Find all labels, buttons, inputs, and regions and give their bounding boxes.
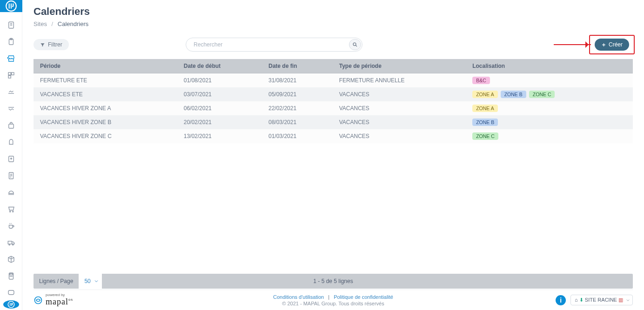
nav-notes-icon[interactable]: [4, 18, 19, 33]
search-input[interactable]: [186, 38, 362, 52]
nav-layout-icon[interactable]: [4, 68, 19, 83]
tree-icon: ⬇: [579, 297, 584, 303]
cell-type: VACANCES: [333, 87, 466, 101]
cell-periode: VACANCES HIVER ZONE B: [34, 115, 177, 129]
app-logo[interactable]: [0, 0, 22, 12]
cell-fin: 22/02/2021: [262, 101, 333, 115]
svg-rect-20: [8, 290, 14, 295]
site-selector[interactable]: ⌂ ⬇ SITE RACINE ▥: [570, 295, 633, 305]
cell-type: VACANCES: [333, 115, 466, 129]
nav-store-icon[interactable]: [4, 51, 19, 66]
location-tag: ZONE C: [529, 91, 555, 98]
nav-heart-device-icon[interactable]: [4, 152, 19, 166]
table-row[interactable]: VACANCES HIVER ZONE B20/02/202108/03/202…: [34, 115, 633, 129]
cell-fin: 05/09/2021: [262, 87, 333, 101]
chevron-down-icon: [94, 278, 99, 284]
location-tag: ZONE A: [472, 105, 498, 112]
nav-bag-icon[interactable]: [4, 118, 19, 133]
lines-per-page-select[interactable]: 50: [79, 274, 101, 289]
cell-fin: 01/03/2021: [262, 129, 333, 143]
table-row[interactable]: FERMETURE ETE01/08/202131/08/2021FERMETU…: [34, 73, 633, 88]
svg-rect-7: [8, 124, 13, 128]
side-rail: [0, 0, 22, 310]
cell-periode: VACANCES ETE: [34, 87, 177, 101]
breadcrumb-root[interactable]: Sites: [34, 20, 47, 27]
privacy-link[interactable]: Politique de confidentialité: [334, 294, 393, 300]
pagination-bar: Lignes / Page 50 1 - 5 de 5 lignes: [34, 274, 633, 289]
cell-periode: VACANCES HIVER ZONE C: [34, 129, 177, 143]
svg-rect-5: [11, 73, 13, 75]
page-title: Calendriers: [34, 6, 633, 18]
table-row[interactable]: VACANCES HIVER ZONE A06/02/202122/02/202…: [34, 101, 633, 115]
col-type[interactable]: Type de période: [333, 59, 466, 73]
location-tag: ZONE A: [472, 91, 498, 98]
nav-agreement-icon[interactable]: [4, 101, 19, 116]
svg-point-23: [35, 297, 42, 303]
svg-point-22: [353, 43, 356, 46]
svg-rect-6: [8, 76, 11, 78]
nav-package-icon[interactable]: [4, 252, 19, 267]
cell-localisation: B&C: [466, 73, 633, 88]
col-fin[interactable]: Date de fin: [262, 59, 333, 73]
svg-point-10: [9, 211, 10, 212]
lines-per-page-label: Lignes / Page: [34, 278, 79, 284]
cell-localisation: ZONE C: [466, 129, 633, 143]
location-tag: B&C: [472, 77, 490, 84]
nav-clipboard-icon[interactable]: [4, 34, 19, 49]
svg-point-18: [11, 276, 11, 277]
cell-type: VACANCES: [333, 101, 466, 115]
nav-cart-icon[interactable]: [4, 202, 19, 217]
create-button[interactable]: Créer: [595, 39, 629, 51]
nav-footer-logo[interactable]: [3, 300, 19, 309]
nav-coffee-icon[interactable]: [4, 218, 19, 233]
location-tag: ZONE C: [472, 132, 498, 140]
cell-type: FERMETURE ANNUELLE: [333, 73, 466, 88]
chevron-down-icon: [625, 297, 631, 303]
cell-debut: 03/07/2021: [177, 87, 262, 101]
nav-calculator-icon[interactable]: [4, 269, 19, 284]
search-icon: [352, 42, 358, 47]
chart-icon: ▥: [618, 297, 623, 303]
svg-point-17: [10, 276, 10, 277]
svg-point-13: [9, 244, 10, 245]
cell-periode: VACANCES HIVER ZONE A: [34, 101, 177, 115]
cell-fin: 08/03/2021: [262, 115, 333, 129]
cell-debut: 01/08/2021: [177, 73, 262, 88]
nav-cloche-icon[interactable]: [4, 185, 19, 200]
create-label: Créer: [609, 41, 623, 48]
copyright-text: © 2021 - MAPAL Group. Tous droits réserv…: [270, 301, 396, 306]
table-row[interactable]: VACANCES ETE03/07/202105/09/2021VACANCES…: [34, 87, 633, 101]
powered-by-label: powered by: [46, 293, 73, 297]
location-tag: ZONE B: [501, 91, 526, 98]
filter-label: Filtrer: [48, 41, 62, 48]
brand-name: mapal: [46, 297, 68, 306]
breadcrumb: Sites / Calendriers: [34, 20, 633, 27]
nav-handshake-icon[interactable]: [4, 85, 19, 99]
pagination-count: 1 - 5 de 5 lignes: [313, 278, 353, 284]
page-footer: powered by mapalos Conditions d'utilisat…: [34, 290, 633, 310]
cell-debut: 20/02/2021: [177, 115, 262, 129]
svg-rect-16: [10, 274, 13, 275]
breadcrumb-separator: /: [52, 20, 54, 27]
annotation-arrow: [554, 44, 591, 45]
nav-chat-icon[interactable]: [4, 285, 19, 300]
terms-link[interactable]: Conditions d'utilisation: [273, 294, 324, 300]
home-icon: ⌂: [575, 297, 578, 303]
cell-localisation: ZONE A: [466, 101, 633, 115]
brand-icon: [34, 296, 43, 305]
col-debut[interactable]: Date de début: [177, 59, 262, 73]
svg-rect-4: [8, 73, 11, 75]
nav-chef-icon[interactable]: [4, 135, 19, 150]
nav-invoice-icon[interactable]: [4, 168, 19, 183]
nav-delivery-icon[interactable]: [4, 235, 19, 250]
location-tag: ZONE B: [472, 119, 498, 126]
table-row[interactable]: VACANCES HIVER ZONE C13/02/202101/03/202…: [34, 129, 633, 143]
col-periode[interactable]: Période: [34, 59, 177, 73]
col-localisation[interactable]: Localisation: [466, 59, 633, 73]
filter-button[interactable]: Filtrer: [34, 39, 69, 50]
svg-point-14: [12, 244, 13, 245]
svg-point-11: [12, 211, 13, 212]
svg-rect-12: [8, 241, 12, 244]
search-button[interactable]: [349, 39, 361, 50]
info-icon[interactable]: i: [556, 295, 566, 305]
